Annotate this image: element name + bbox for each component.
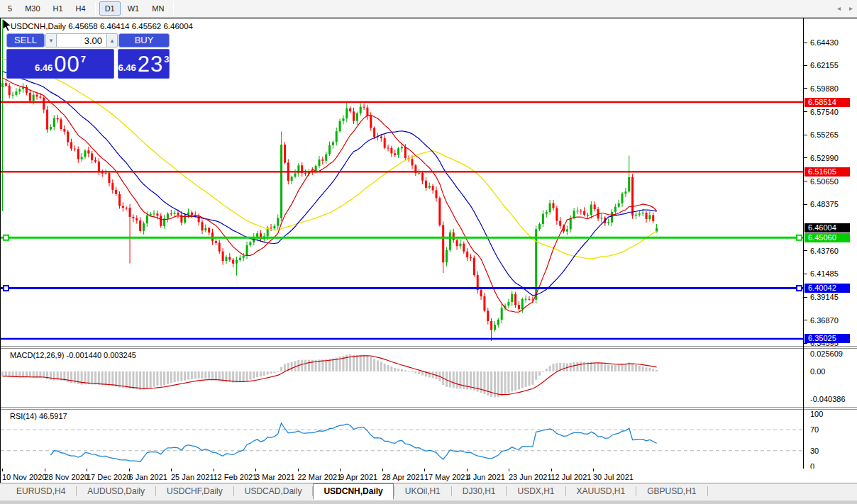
chart-tab-ukoil[interactable]: UKOil,H1 (394, 483, 451, 500)
rsi-axis-label: 100 (810, 410, 823, 418)
date-label: 4 Jun 2021 (467, 473, 505, 481)
toolbar-separator (95, 2, 96, 15)
chart-tab-bar: EURUSD,H4AUDUSD,DailyUSDCHF,DailyUSDCAD,… (0, 483, 857, 500)
timeframe-button-w1[interactable]: W1 (122, 1, 145, 16)
date-label: 17 Dec 2020 (87, 473, 131, 481)
price-axis[interactable]: 6.644306.621556.598806.575406.552656.529… (803, 18, 857, 469)
rsi-axis-label: 30 (810, 447, 819, 455)
chart-tab-xauusd[interactable]: XAUUSD,H1 (566, 483, 636, 500)
price-tick (804, 297, 807, 298)
timeframe-button-h1[interactable]: H1 (48, 1, 69, 16)
date-label: 25 Jan 2021 (171, 473, 214, 481)
volume-input[interactable] (57, 33, 106, 47)
sell-button[interactable]: SELL (6, 33, 45, 47)
price-level-tag: 6.51605 (805, 167, 850, 177)
price-tick (804, 274, 807, 274)
tab-scroll-left-icon[interactable]: ◂ (837, 4, 841, 12)
chart-tab-usdcad[interactable]: USDCAD,Daily (234, 483, 313, 500)
chart-tab-dj30[interactable]: DJ30,H1 (452, 483, 507, 500)
one-click-trade-panel: SELL ▾ ▴ BUY 6.46 00 7 6.46 23 3 (6, 33, 170, 79)
timeframe-button-5[interactable]: 5 (2, 1, 18, 16)
timeframe-toolbar: 5M30H1H4D1W1MN (0, 0, 857, 18)
date-tick (551, 469, 552, 471)
ask-price-display[interactable]: 6.46 23 3 (118, 49, 170, 79)
date-tick (171, 469, 172, 471)
timeframe-button-mn[interactable]: MN (146, 1, 170, 16)
date-tick (298, 469, 299, 471)
date-label: 28 Apr 2021 (382, 473, 424, 481)
price-tick-label: 6.59880 (810, 84, 839, 93)
macd-axis-label: 0.025609 (810, 349, 843, 358)
price-tick (804, 43, 807, 43)
price-tick-label: 6.36870 (810, 316, 839, 325)
price-tick (804, 135, 807, 135)
chart-tab-gbpusd[interactable]: GBPUSD,H1 (636, 483, 707, 500)
price-tick-label: 6.52990 (810, 154, 839, 162)
timeframe-button-m30[interactable]: M30 (19, 1, 45, 16)
chart-tab-usdcnh[interactable]: USDCNH,Daily (313, 483, 393, 500)
date-axis[interactable]: 10 Nov 202028 Nov 202017 Dec 20206 Jan 2… (1, 469, 857, 483)
date-label: 12 Jul 2021 (551, 473, 592, 481)
timeframe-button-h4[interactable]: H4 (70, 1, 92, 16)
chart-tab-eurusd[interactable]: EURUSD,H4 (6, 483, 76, 500)
price-level-tag: 6.40042 (805, 284, 850, 293)
price-tick (804, 320, 807, 320)
price-tick-label: 6.55265 (810, 130, 839, 139)
date-tick (382, 469, 383, 471)
macd-axis-label: 0.00 (810, 367, 825, 376)
bid-price-pip: 7 (81, 54, 86, 65)
macd-label: MACD(12,26,9) -0.001440 0.003245 (10, 351, 136, 359)
tab-separator (707, 486, 708, 496)
price-tick (804, 250, 807, 251)
toolbar-separator (173, 2, 174, 15)
rsi-axis-label: 70 (810, 425, 819, 434)
date-tick (424, 469, 425, 471)
volume-decrease-button[interactable]: ▾ (45, 33, 57, 47)
date-label: 22 Mar 2021 (298, 473, 342, 481)
chart-tab-audusd[interactable]: AUDUSD,Daily (77, 483, 155, 500)
price-tick (804, 204, 807, 205)
price-tick (804, 181, 807, 181)
date-label: 6 Jan 2021 (129, 473, 167, 481)
macd-axis-label: -0.040386 (810, 395, 846, 403)
date-tick (593, 469, 594, 471)
date-label: 12 Feb 2021 (214, 473, 258, 481)
price-tick-label: 6.57540 (810, 108, 839, 116)
date-label: 9 Apr 2021 (340, 473, 377, 481)
price-tick-label: 6.64430 (810, 38, 839, 47)
tab-scroll-arrows: ◂ ▸ (837, 4, 853, 12)
price-tick-label: 6.43760 (810, 247, 839, 255)
ask-price-pip: 3 (164, 54, 169, 65)
price-tick (804, 65, 807, 66)
price-level-tag: 6.46004 (805, 223, 850, 233)
chart-tab-usdx[interactable]: USDX,H1 (507, 483, 565, 500)
rsi-label: RSI(14) 46.5917 (10, 412, 67, 420)
date-tick (255, 469, 256, 471)
bid-price-small: 6.46 (35, 62, 52, 73)
trading-terminal: 5M30H1H4D1W1MN USDCNH,Daily 6.45658 6.46… (0, 0, 857, 504)
date-tick (2, 469, 3, 471)
chart-window[interactable]: USDCNH,Daily 6.45658 6.46414 6.45562 6.4… (0, 18, 857, 483)
date-tick (340, 469, 341, 471)
price-tick-label: 6.41485 (810, 269, 839, 278)
window-bottom-edge (0, 500, 857, 504)
chart-title: USDCNH,Daily 6.45658 6.46414 6.45562 6.4… (11, 22, 193, 30)
date-tick (509, 469, 509, 471)
ask-price-small: 6.46 (118, 62, 136, 73)
timeframe-button-d1[interactable]: D1 (99, 1, 121, 16)
price-level-tag: 6.58514 (805, 98, 850, 107)
price-level-tag: 6.45060 (805, 233, 850, 242)
volume-increase-button[interactable]: ▴ (106, 33, 118, 47)
date-tick (45, 469, 45, 471)
bid-price-display[interactable]: 6.46 00 7 (6, 49, 114, 79)
date-tick (467, 469, 468, 471)
date-label: 23 Jun 2021 (509, 473, 552, 481)
price-tick (804, 88, 807, 89)
tab-scroll-right-icon[interactable]: ▸ (849, 4, 853, 12)
date-tick (129, 469, 130, 471)
price-tick (804, 111, 807, 112)
rsi-indicator-canvas[interactable] (1, 410, 803, 469)
date-label: 17 May 2021 (424, 473, 470, 481)
buy-button[interactable]: BUY (118, 33, 170, 47)
chart-tab-usdchf[interactable]: USDCHF,Daily (156, 483, 233, 500)
